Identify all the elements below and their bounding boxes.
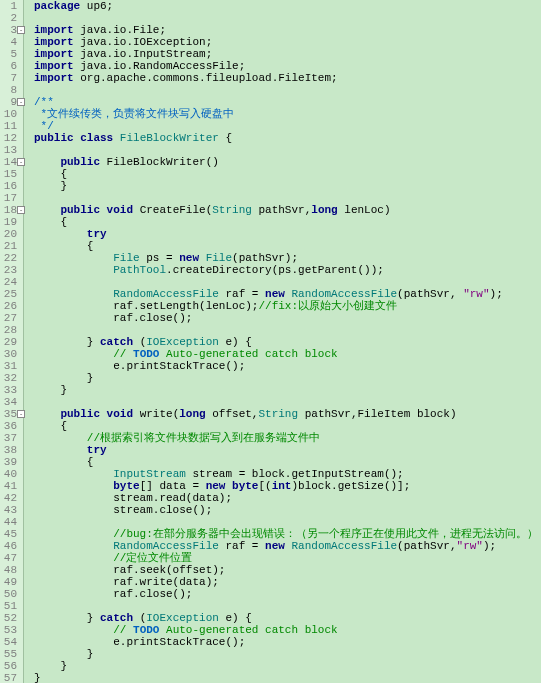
code-line[interactable]: *文件续传类，负责将文件块写入硬盘中 [34,108,541,120]
line-number: 51 [0,600,17,612]
line-number: 31 [0,360,17,372]
code-line[interactable]: try [34,444,541,456]
line-number: 35- [0,408,17,420]
code-line[interactable] [34,84,541,96]
code-line[interactable] [34,276,541,288]
code-line[interactable]: { [34,168,541,180]
line-number: 6 [0,60,17,72]
code-line[interactable] [34,192,541,204]
code-line[interactable]: public void write(long offset,String pat… [34,408,541,420]
code-line[interactable]: e.printStackTrace(); [34,636,541,648]
code-line[interactable]: public class FileBlockWriter { [34,132,541,144]
line-number: 2 [0,12,17,24]
line-number: 21 [0,240,17,252]
code-line[interactable]: package up6; [34,0,541,12]
code-line[interactable] [34,516,541,528]
code-line[interactable]: byte[] data = new byte[(int)block.getSiz… [34,480,541,492]
line-number: 32 [0,372,17,384]
code-line[interactable]: { [34,420,541,432]
line-number: 47 [0,552,17,564]
code-line[interactable]: import java.io.File; [34,24,541,36]
code-area[interactable]: package up6;import java.io.File;import j… [24,0,541,683]
code-line[interactable]: raf.seek(offset); [34,564,541,576]
line-number: 14- [0,156,17,168]
code-line[interactable]: //定位文件位置 [34,552,541,564]
line-number: 19 [0,216,17,228]
code-line[interactable]: */ [34,120,541,132]
code-line[interactable]: stream.close(); [34,504,541,516]
line-number: 4 [0,36,17,48]
line-number: 1 [0,0,17,12]
line-number: 26 [0,300,17,312]
code-line[interactable]: import java.io.InputStream; [34,48,541,60]
line-number: 43 [0,504,17,516]
line-number: 16 [0,180,17,192]
code-line[interactable]: import java.io.IOException; [34,36,541,48]
code-line[interactable]: } catch (IOException e) { [34,336,541,348]
code-line[interactable]: e.printStackTrace(); [34,360,541,372]
code-line[interactable]: } [34,384,541,396]
code-line[interactable]: } [34,660,541,672]
code-line[interactable]: } [34,372,541,384]
code-line[interactable]: RandomAccessFile raf = new RandomAccessF… [34,288,541,300]
code-line[interactable]: } catch (IOException e) { [34,612,541,624]
code-line[interactable]: public FileBlockWriter() [34,156,541,168]
code-line[interactable]: // TODO Auto-generated catch block [34,348,541,360]
code-line[interactable]: raf.close(); [34,312,541,324]
line-number: 44 [0,516,17,528]
code-line[interactable]: try [34,228,541,240]
line-number: 41 [0,480,17,492]
line-number: 45 [0,528,17,540]
line-number: 18- [0,204,17,216]
code-line[interactable]: //bug:在部分服务器中会出现错误：（另一个程序正在使用此文件，进程无法访问。… [34,528,541,540]
code-line[interactable]: /** [34,96,541,108]
code-editor: 123-456789-1011121314-15161718-192021222… [0,0,541,683]
code-line[interactable]: } [34,672,541,683]
code-line[interactable]: raf.setLength(lenLoc);//fix:以原始大小创建文件 [34,300,541,312]
line-number: 46 [0,540,17,552]
fold-icon[interactable]: - [17,26,25,34]
line-number: 28 [0,324,17,336]
code-line[interactable]: raf.close(); [34,588,541,600]
line-number: 52 [0,612,17,624]
line-number: 29 [0,336,17,348]
code-line[interactable]: //根据索引将文件块数据写入到在服务端文件中 [34,432,541,444]
code-line[interactable]: public void CreateFile(String pathSvr,lo… [34,204,541,216]
code-line[interactable]: // TODO Auto-generated catch block [34,624,541,636]
code-line[interactable] [34,600,541,612]
fold-icon[interactable]: - [17,98,25,106]
fold-icon[interactable]: - [17,206,25,214]
code-line[interactable] [34,144,541,156]
code-line[interactable]: File ps = new File(pathSvr); [34,252,541,264]
code-line[interactable] [34,396,541,408]
code-line[interactable]: raf.write(data); [34,576,541,588]
code-line[interactable]: RandomAccessFile raf = new RandomAccessF… [34,540,541,552]
line-number: 8 [0,84,17,96]
code-line[interactable]: PathTool.createDirectory(ps.getParent())… [34,264,541,276]
line-number: 5 [0,48,17,60]
line-number: 55 [0,648,17,660]
line-number: 7 [0,72,17,84]
code-line[interactable]: { [34,216,541,228]
line-number: 22 [0,252,17,264]
fold-icon[interactable]: - [17,410,25,418]
code-line[interactable]: InputStream stream = block.getInputStrea… [34,468,541,480]
line-number: 30 [0,348,17,360]
code-line[interactable]: stream.read(data); [34,492,541,504]
code-line[interactable]: { [34,240,541,252]
code-line[interactable]: } [34,648,541,660]
line-number: 56 [0,660,17,672]
line-number: 36 [0,420,17,432]
code-line[interactable]: { [34,456,541,468]
line-gutter: 123-456789-1011121314-15161718-192021222… [0,0,24,683]
line-number: 23 [0,264,17,276]
code-line[interactable] [34,324,541,336]
code-line[interactable] [34,12,541,24]
fold-icon[interactable]: - [17,158,25,166]
line-number: 3- [0,24,17,36]
line-number: 10 [0,108,17,120]
line-number: 34 [0,396,17,408]
code-line[interactable]: import org.apache.commons.fileupload.Fil… [34,72,541,84]
code-line[interactable]: } [34,180,541,192]
code-line[interactable]: import java.io.RandomAccessFile; [34,60,541,72]
